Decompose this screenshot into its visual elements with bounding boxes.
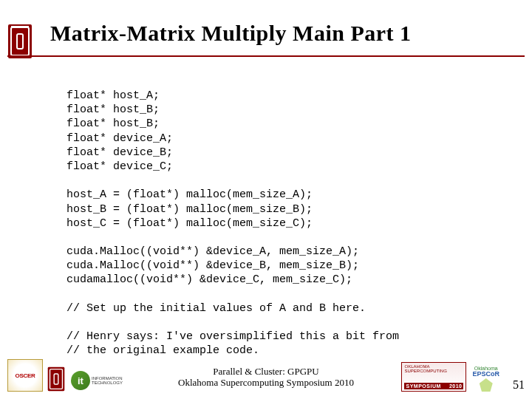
symposium-bottom: SYMPOSIUM 2010	[404, 383, 463, 389]
page-title: Matrix-Matrix Multiply Main Part 1	[50, 21, 517, 46]
symposium-top: OKLAHOMA SUPERCOMPUTING	[404, 364, 463, 373]
code-block: float* host_A; float* host_B; float* hos…	[66, 89, 502, 358]
epscor-logo-icon: Oklahoma EPSCoR	[472, 366, 499, 392]
page-number: 51	[513, 378, 525, 392]
it-label: INFORMATION TECHNOLOGY	[92, 376, 123, 386]
slide: Matrix-Matrix Multiply Main Part 1 float…	[0, 0, 532, 399]
epscor-main: EPSCoR	[472, 370, 499, 378]
symposium-label: SYMPOSIUM	[406, 383, 440, 389]
footer-logos-right: OKLAHOMA SUPERCOMPUTING SYMPOSIUM 2010 O…	[401, 362, 499, 392]
title-rule	[7, 55, 525, 57]
oscer-logo-icon: OSCER	[7, 359, 43, 392]
it-circle: it	[71, 371, 90, 390]
symposium-year: 2010	[449, 383, 463, 389]
epscor-shape-icon	[480, 378, 493, 392]
svg-rect-4	[11, 26, 29, 28]
symposium-logo-icon: OKLAHOMA SUPERCOMPUTING SYMPOSIUM 2010	[401, 362, 466, 392]
oscer-text: OSCER	[16, 372, 35, 379]
it-logo-icon: it INFORMATION TECHNOLOGY	[69, 369, 124, 392]
footer-logos-left: OSCER it INFORMATION TECHNOLOGY	[7, 359, 124, 392]
svg-rect-7	[54, 374, 58, 384]
ou-mini-logo-icon	[47, 366, 65, 392]
it-line2: TECHNOLOGY	[92, 381, 123, 385]
svg-rect-2	[17, 34, 23, 49]
ou-logo-icon	[7, 24, 33, 59]
footer: OSCER it INFORMATION TECHNOLOGY Parallel…	[7, 358, 525, 392]
